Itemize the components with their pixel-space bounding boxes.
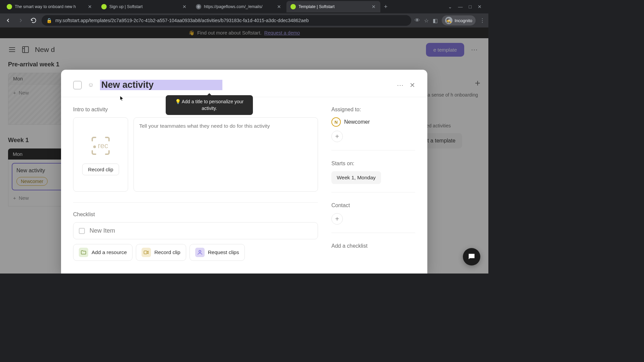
reload-button[interactable] [29,16,38,25]
contact-label: Contact [331,202,415,208]
starts-section: Starts on: Week 1, Monday [331,161,415,192]
add-resource-label: Add a resource [92,249,127,255]
activity-complete-checkbox[interactable] [73,81,82,89]
avatar-badge: N [331,117,341,127]
tab-3[interactable]: Template | Softstart ✕ [286,1,380,12]
tab-title: Template | Softstart [299,4,368,9]
favicon-icon [290,4,296,9]
record-clip-button[interactable]: Record clip [82,164,119,175]
tab-close-icon[interactable]: ✕ [87,4,93,9]
folder-icon [79,248,88,257]
tab-title: https://pageflows.com/_/emails/ [204,4,274,9]
assignee-name: Newcomer [344,119,370,125]
toolbar-right: 👁 ☆ ◧ 🕵 Incognito ⋮ [415,15,485,25]
add-assignee-button[interactable]: + [331,131,343,142]
record-clip-label: Record clip [154,249,180,255]
tab-search-icon[interactable]: ⌄ [448,4,452,9]
window-controls: ⌄ — □ ✕ [448,4,486,9]
tab-title: The smart way to onboard new h [15,4,85,9]
side-panel-icon[interactable]: ◧ [433,17,438,24]
forward-button[interactable] [16,16,25,25]
tab-1[interactable]: Sign up | Softstart ✕ [97,1,191,12]
page: 👋 Find out more about Softstart. Request… [0,27,488,274]
contact-section: Contact + [331,202,415,233]
favicon-icon [196,4,201,9]
checklist-actions: Add a resource Record clip Request clips [73,244,318,261]
person-icon [195,248,205,257]
starts-label: Starts on: [331,161,415,167]
modal-header: ☺ ⋯ ✕ 💡 Add a title to personalize your … [61,70,427,97]
help-chat-button[interactable] [463,248,480,265]
record-clip-box[interactable]: rec Record clip [73,117,128,192]
emoji-picker-button[interactable]: ☺ [87,81,95,89]
tab-close-icon[interactable]: ✕ [371,4,376,9]
svg-rect-2 [144,251,147,254]
activity-title-input[interactable] [100,80,222,90]
back-button[interactable] [3,16,13,25]
record-clip-action-button[interactable]: Record clip [136,244,186,261]
assigned-label: Assigned to: [331,107,415,113]
activity-description-input[interactable] [133,117,318,192]
tab-close-icon[interactable]: ✕ [182,4,187,9]
request-clips-label: Request clips [208,249,239,255]
modal-sidebar: Assigned to: N Newcomer + Starts on: Wee… [331,107,415,261]
incognito-badge[interactable]: 🕵 Incognito [442,15,476,25]
tab-0[interactable]: The smart way to onboard new h ✕ [3,1,97,12]
starts-on-chip[interactable]: Week 1, Monday [331,171,381,184]
checklist-label: Checklist [73,212,318,218]
tab-title: Sign up | Softstart [109,4,179,9]
minimize-icon[interactable]: — [458,4,463,9]
browser-toolbar: 🔒 my.softstart.app/templates/2c7a9519-2c… [0,13,488,27]
add-resource-button[interactable]: Add a resource [73,244,132,261]
assignee-row[interactable]: N Newcomer [331,117,415,127]
record-icon: rec [89,134,112,158]
checklist-item [79,227,312,234]
url-bar[interactable]: 🔒 my.softstart.app/templates/2c7a9519-2c… [42,15,411,26]
add-contact-button[interactable]: + [331,213,343,225]
request-clips-button[interactable]: Request clips [190,244,245,261]
tab-2[interactable]: https://pageflows.com/_/emails/ ✕ [192,1,286,12]
svg-point-3 [199,250,201,252]
browser-chrome: The smart way to onboard new h ✕ Sign up… [0,0,488,27]
favicon-icon [101,4,107,9]
favicon-icon [7,4,12,9]
incognito-label: Incognito [454,18,472,23]
bookmark-icon[interactable]: ☆ [424,17,429,24]
modal-body: Intro to activity rec Record clip Checkl… [61,97,427,270]
lock-icon: 🔒 [46,18,52,23]
tab-strip: The smart way to onboard new h ✕ Sign up… [0,0,488,13]
checklist-box [73,222,318,239]
activity-modal: ☺ ⋯ ✕ 💡 Add a title to personalize your … [61,70,427,274]
maximize-icon[interactable]: □ [469,4,472,9]
checklist-item-checkbox[interactable] [79,228,85,234]
new-tab-button[interactable]: + [381,2,390,11]
modal-close-icon[interactable]: ✕ [410,81,415,89]
tab-close-icon[interactable]: ✕ [276,4,282,9]
close-window-icon[interactable]: ✕ [478,4,482,9]
modal-main: Intro to activity rec Record clip Checkl… [73,107,318,261]
eye-off-icon[interactable]: 👁 [415,17,420,23]
modal-more-icon[interactable]: ⋯ [397,81,404,89]
title-tooltip: 💡 Add a title to personalize your activi… [166,95,253,115]
video-icon [142,248,151,257]
add-checklist-button[interactable]: Add a checklist [331,243,415,249]
assigned-section: Assigned to: N Newcomer + [331,107,415,150]
url-text: my.softstart.app/templates/2c7a9519-2c7c… [55,18,309,23]
checklist-item-input[interactable] [90,227,312,234]
browser-menu-icon[interactable]: ⋮ [480,17,485,24]
incognito-icon: 🕵 [445,17,452,24]
